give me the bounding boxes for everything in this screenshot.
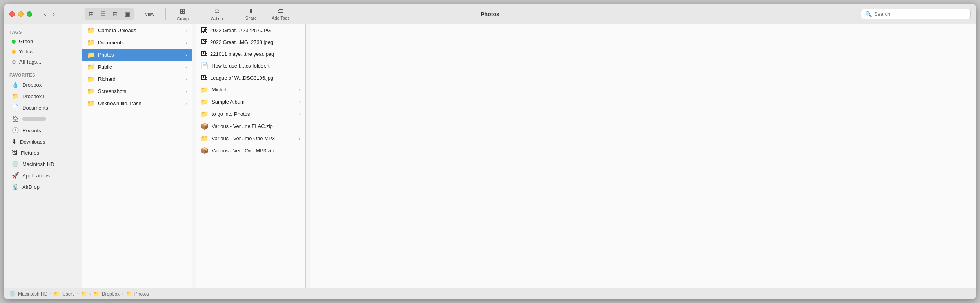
share-icon: ⬆ — [249, 7, 254, 15]
group-button[interactable]: ⊞ Group — [173, 5, 193, 23]
statusbar-macintosh-hd: Macintosh HD — [18, 291, 47, 297]
archive-icon: 📦 — [201, 122, 209, 130]
list-item-label: Richard — [98, 76, 116, 82]
sidebar-item-airdrop[interactable]: 📡 AirDrop — [6, 181, 80, 192]
column-view-button[interactable]: ⊟ — [109, 9, 121, 19]
maximize-button[interactable] — [27, 11, 32, 17]
sidebar-item-dropbox1-label: Dropbox1 — [22, 93, 44, 99]
sidebar-item-downloads[interactable]: ⬇ Downloads — [6, 136, 80, 147]
list-view-button[interactable]: ☰ — [97, 9, 109, 19]
list-item-label: 2022 Great...7232257.JPG — [210, 27, 271, 33]
traffic-lights — [9, 11, 32, 17]
folder-icon: 📁 — [201, 110, 209, 118]
list-item[interactable]: 📁 Screenshots › — [82, 85, 192, 97]
chevron-icon: › — [299, 100, 301, 104]
list-item-label: Unknown file.Trash — [98, 100, 142, 106]
column-resizer-2[interactable] — [306, 24, 310, 288]
sidebar-item-macintosh-hd[interactable]: 💿 Macintosh HD — [6, 159, 80, 170]
main-pane — [310, 24, 976, 288]
action-button[interactable]: ☺ Action — [207, 5, 227, 22]
folder-icon: 📁 — [201, 98, 209, 106]
sidebar-item-downloads-label: Downloads — [20, 139, 45, 145]
list-item[interactable]: 📁 Documents › — [82, 37, 192, 49]
sidebar-item-green[interactable]: Green — [6, 37, 80, 46]
sidebar-item-yellow[interactable]: Yellow — [6, 47, 80, 57]
list-item[interactable]: 📁 Camera Uploads › — [82, 24, 192, 37]
chevron-icon: › — [185, 28, 187, 33]
sidebar-item-yellow-label: Yellow — [19, 49, 33, 55]
applications-icon: 🚀 — [12, 172, 19, 179]
sidebar-item-applications-label: Applications — [22, 173, 50, 179]
list-item[interactable]: 📁 Photos › — [82, 49, 192, 61]
chevron-icon: › — [299, 112, 301, 117]
home-icon: 🏠 — [12, 115, 19, 122]
close-button[interactable] — [9, 11, 15, 17]
forward-button[interactable]: › — [50, 9, 57, 19]
chevron-icon: › — [185, 101, 187, 106]
sidebar-item-home[interactable]: 🏠 — [6, 113, 80, 124]
folder-icon: 📁 — [87, 63, 95, 71]
dropbox1-icon: 📁 — [12, 93, 19, 100]
search-bar[interactable]: 🔍 — [861, 9, 971, 19]
group-icon: ⊞ — [180, 7, 185, 16]
sidebar-item-pictures[interactable]: 🖼 Pictures — [6, 148, 80, 158]
sidebar-item-dropbox[interactable]: 💧 Dropbox — [6, 79, 80, 90]
sidebar-item-all-tags[interactable]: ⊕ All Tags... — [6, 57, 80, 67]
breadcrumb-chevron: › — [122, 292, 123, 296]
search-input[interactable] — [874, 11, 966, 17]
separator1 — [165, 8, 166, 20]
sidebar-item-applications[interactable]: 🚀 Applications — [6, 170, 80, 181]
sidebar-item-recents[interactable]: 🕐 Recents — [6, 125, 80, 136]
chevron-icon: › — [185, 65, 187, 69]
back-button[interactable]: ‹ — [42, 9, 49, 19]
icon-view-button[interactable]: ⊞ — [85, 9, 97, 19]
image-icon: 🖼 — [201, 74, 207, 81]
list-item-label: Public — [98, 64, 112, 70]
share-button[interactable]: ⬆ Share — [241, 6, 261, 22]
list-item[interactable]: 📁 Richard › — [82, 73, 192, 85]
sidebar-item-dropbox1[interactable]: 📁 Dropbox1 — [6, 91, 80, 102]
add-tags-button[interactable]: 🏷 Add Tags — [268, 6, 294, 22]
list-item[interactable]: 📁 Public › — [82, 61, 192, 73]
list-item[interactable]: 📄 How to use t...tos folder.rtf — [196, 60, 305, 72]
list-item[interactable]: 📦 Various - Ver...ne FLAC.zip — [196, 120, 305, 132]
list-item[interactable]: 📁 Michel › — [196, 84, 305, 96]
chevron-icon: › — [185, 53, 187, 57]
breadcrumb-chevron: › — [89, 292, 91, 296]
list-item[interactable]: 📁 to go into Photos › — [196, 108, 305, 120]
dropbox-status-icon: 📁 — [93, 291, 100, 297]
archive-icon: 📦 — [201, 147, 209, 154]
list-item-label: 221011 playe...the year.jpeg — [210, 51, 274, 57]
list-item-label: League of W...DSC3196.jpg — [210, 75, 273, 81]
users-status-icon: 📁 — [54, 291, 60, 297]
column-resizer-1[interactable] — [192, 24, 196, 288]
folder-icon: 📁 — [87, 39, 95, 46]
sidebar-item-pictures-label: Pictures — [21, 150, 39, 156]
file-browser: 📁 Camera Uploads › 📁 Documents › 📁 Photo… — [82, 24, 976, 288]
list-item[interactable]: 🖼 League of W...DSC3196.jpg — [196, 72, 305, 84]
list-item[interactable]: 🖼 2022 Great...MG_2738.jpeg — [196, 36, 305, 48]
sidebar-item-all-tags-label: All Tags... — [19, 59, 41, 65]
sidebar: Tags Green Yellow ⊕ All Tags... Favorite… — [4, 24, 82, 288]
gallery-view-button[interactable]: ▣ — [121, 9, 133, 19]
sidebar-item-airdrop-label: AirDrop — [22, 184, 40, 190]
sidebar-item-home-label — [22, 117, 46, 121]
list-item-label: Documents — [98, 40, 124, 46]
minimize-button[interactable] — [18, 11, 24, 17]
breadcrumb-chevron: › — [77, 292, 78, 296]
list-item-label: Michel — [212, 87, 227, 93]
all-tags-icon: ⊕ — [12, 59, 16, 65]
sidebar-item-documents[interactable]: 📄 Documents — [6, 102, 80, 113]
list-item[interactable]: 📁 Various - Ver...me One MP3 › — [196, 132, 305, 144]
tags-icon: 🏷 — [278, 8, 284, 15]
share-label: Share — [245, 16, 257, 20]
statusbar: 💿 Macintosh HD › 📁 Users › 📁 › 📁 Dropbox… — [4, 288, 976, 299]
list-item[interactable]: 📁 Unknown file.Trash › — [82, 97, 192, 110]
chevron-icon: › — [185, 77, 187, 82]
statusbar-dropbox: Dropbox — [102, 291, 120, 297]
folder-icon: 📁 — [87, 88, 95, 95]
list-item[interactable]: 📁 Sample Album › — [196, 96, 305, 108]
list-item[interactable]: 🖼 2022 Great...7232257.JPG — [196, 24, 305, 36]
list-item[interactable]: 🖼 221011 playe...the year.jpeg — [196, 48, 305, 60]
list-item[interactable]: 📦 Various - Ver...One MP3.zip — [196, 144, 305, 157]
